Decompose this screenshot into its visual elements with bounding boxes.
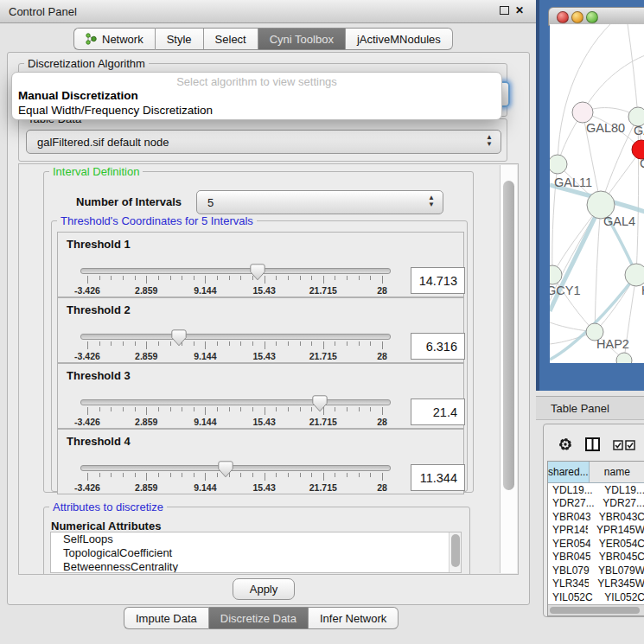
slider-tick <box>99 276 100 280</box>
list-scrollbar-thumb[interactable] <box>451 534 460 567</box>
table-row[interactable]: YDL19... YDL19... <box>548 483 644 497</box>
control-panel-titlebar: Control Panel ✕ <box>0 0 536 23</box>
slider-tick <box>170 473 171 477</box>
close-traffic-light-icon[interactable] <box>557 11 569 23</box>
spinner-arrows-icon: ▲▼ <box>428 194 435 208</box>
slider-tick <box>347 407 348 411</box>
table-hscrollbar-thumb[interactable] <box>550 607 640 614</box>
tab-select-label: Select <box>215 33 246 46</box>
network-node[interactable] <box>550 265 562 284</box>
tab-style[interactable]: Style <box>156 28 204 50</box>
slider-tick <box>335 407 335 411</box>
settings-scrollpane: Interval Definition Number of Intervals … <box>18 163 519 575</box>
minimize-traffic-light-icon[interactable] <box>571 11 583 23</box>
table-hscrollbar[interactable] <box>548 604 644 615</box>
panel-scrollbar[interactable] <box>500 165 517 573</box>
table-row[interactable]: YIL052C YIL052C <box>548 590 644 604</box>
control-panel-tabs: Network Style Select Cyni Toolbox jActiv… <box>73 28 453 50</box>
tab-cyni-toolbox[interactable]: Cyni Toolbox <box>258 28 346 50</box>
slider-tick <box>359 407 360 411</box>
threshold-label: Threshold 3 <box>67 369 131 382</box>
slider-tick <box>135 341 136 346</box>
dropdown-option-manual[interactable]: Manual Discretization <box>18 89 138 102</box>
table-data-group: Table Data galFiltered.sif default node … <box>18 118 507 162</box>
attribute-list-item[interactable]: TopologicalCoefficient <box>51 546 461 560</box>
slider-thumb[interactable] <box>218 461 233 478</box>
slider-tick <box>276 473 277 477</box>
tab-select[interactable]: Select <box>204 28 258 50</box>
table-row[interactable]: YDR27... YDR27... <box>548 497 644 511</box>
zoom-traffic-light-icon[interactable] <box>586 11 598 23</box>
attribute-list-item[interactable]: BetweennessCentrality <box>51 560 461 573</box>
attribute-list-item[interactable]: SelfLoops <box>51 532 461 546</box>
slider-tick-label: -3.426 <box>61 351 113 361</box>
column-header-name[interactable]: name <box>590 462 644 482</box>
table-row[interactable]: YPR145W YPR145W <box>548 524 644 538</box>
cell-name: YBR045C <box>590 551 644 563</box>
table-row[interactable]: YBR043C YBR043C <box>548 510 644 524</box>
threshold-value-field[interactable]: 21.4 <box>411 399 465 425</box>
panel-scrollbar-thumb[interactable] <box>503 181 514 490</box>
slider-tick <box>229 276 230 280</box>
dropdown-prompt: Select algorithm to view settings <box>12 75 501 88</box>
slider-thumb[interactable] <box>250 264 265 281</box>
slider-tick <box>111 341 112 346</box>
checkbox-checked-icon[interactable] <box>625 440 635 450</box>
slider-tick <box>146 341 147 349</box>
numerical-attributes-list[interactable]: SelfLoopsTopologicalCoefficientBetweenne… <box>50 532 462 573</box>
table-row[interactable]: YLR345W YLR345W <box>548 577 644 591</box>
cell-shared-name: YBL079W <box>548 564 590 577</box>
network-node[interactable] <box>550 155 567 174</box>
slider-tick <box>240 341 241 346</box>
network-node-label: GAL4 <box>603 214 635 228</box>
dropdown-option-equal-width[interactable]: Equal Width/Frequency Discretization <box>18 104 213 117</box>
node-attribute-table[interactable]: shared... name YDL19... YDL19...YDR27...… <box>547 461 644 616</box>
threshold-slider-track[interactable] <box>80 465 391 471</box>
slider-tick <box>146 407 147 415</box>
close-icon[interactable]: ✕ <box>515 5 524 16</box>
tab-cyni-toolbox-label: Cyni Toolbox <box>270 33 334 46</box>
split-column-icon[interactable] <box>585 437 600 451</box>
threshold-value-field[interactable]: 14.713 <box>411 267 465 294</box>
table-row[interactable]: YBL079W YBL079W <box>548 564 644 577</box>
slider-tick-label: 21.715 <box>297 285 349 296</box>
table-row[interactable]: YER054C YER054C <box>548 537 644 551</box>
table-data-combobox[interactable]: galFiltered.sif default node ▲▼ <box>26 130 501 154</box>
network-node[interactable] <box>616 353 632 363</box>
list-scrollbar[interactable] <box>449 532 461 572</box>
column-header-shared-name[interactable]: shared... <box>548 462 590 482</box>
slider-tick <box>300 473 301 477</box>
tab-jactivemnodules[interactable]: jActiveMNodules <box>346 28 453 50</box>
table-row[interactable]: YBR045C YBR045C <box>548 551 644 564</box>
slider-tick <box>323 473 324 481</box>
float-window-icon[interactable] <box>500 6 509 15</box>
slider-tick <box>87 341 88 349</box>
network-node[interactable] <box>572 102 593 123</box>
threshold-value-field[interactable]: 11.344 <box>411 464 465 491</box>
threshold-value-field[interactable]: 6.316 <box>411 333 465 360</box>
network-canvas[interactable]: GAL80GACGAL11GAL4GCY1HHAP2 <box>550 24 644 363</box>
threshold-coordinates-title: Threshold's Coordinates for 5 Intervals <box>57 214 257 227</box>
slider-thumb[interactable] <box>171 329 187 347</box>
cell-shared-name: YDR27... <box>548 497 594 509</box>
threshold-slider-track[interactable] <box>80 399 391 405</box>
slider-tick <box>99 473 100 477</box>
number-of-intervals-spinner[interactable]: 5 ▲▼ <box>196 190 443 214</box>
threshold-slider-track[interactable] <box>80 334 391 340</box>
checkbox-checked-icon[interactable] <box>613 440 623 450</box>
table-panel-title: Table Panel <box>551 402 609 415</box>
slider-tick <box>288 473 289 477</box>
tab-discretize-data[interactable]: Discretize Data <box>209 607 309 629</box>
cell-name: YIL052C <box>596 591 644 603</box>
slider-tick <box>170 276 171 280</box>
tab-infer-network[interactable]: Infer Network <box>309 607 399 629</box>
tab-network[interactable]: Network <box>73 28 156 50</box>
tab-impute-data[interactable]: Impute Data <box>124 607 209 629</box>
threshold-slider-track[interactable] <box>80 268 391 274</box>
slider-tick <box>123 473 124 477</box>
gear-icon[interactable] <box>558 437 573 452</box>
apply-button[interactable]: Apply <box>233 578 295 600</box>
slider-tick <box>359 473 360 477</box>
slider-thumb[interactable] <box>312 395 328 412</box>
network-icon <box>86 32 97 46</box>
